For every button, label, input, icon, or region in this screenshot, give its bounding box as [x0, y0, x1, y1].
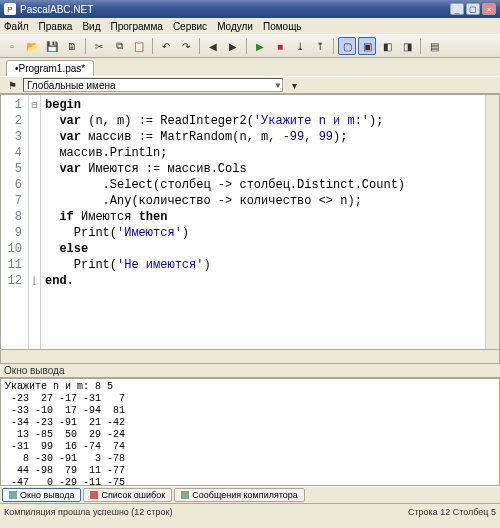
paste-button[interactable]: 📋	[130, 37, 148, 55]
redo-button[interactable]: ↷	[177, 37, 195, 55]
status-right: Строка 12 Столбец 5	[408, 507, 496, 517]
open-button[interactable]: 📂	[23, 37, 41, 55]
nav-back-button[interactable]: ◀	[204, 37, 222, 55]
tab-errors-label: Список ошибок	[101, 490, 165, 500]
compiler-tab-icon	[181, 491, 189, 499]
menu-file[interactable]: Файл	[4, 21, 29, 32]
names-extra-button[interactable]: ▾	[285, 76, 303, 94]
tabbar: •Program1.pas*	[0, 58, 500, 76]
file-tab[interactable]: •Program1.pas*	[6, 60, 94, 76]
cut-button[interactable]: ✂	[90, 37, 108, 55]
chevron-down-icon: ▼	[274, 81, 282, 90]
layout-3-button[interactable]: ◧	[378, 37, 396, 55]
menu-program[interactable]: Программа	[110, 21, 162, 32]
stop-button[interactable]: ■	[271, 37, 289, 55]
toolbar-sep	[246, 38, 247, 54]
errors-tab-icon	[90, 491, 98, 499]
output-body[interactable]: Укажите n и m: 8 5 -23 27 -17 -31 7 -33 …	[0, 378, 500, 486]
minimize-button[interactable]: _	[450, 3, 464, 15]
toolbar-sep	[420, 38, 421, 54]
horizontal-scrollbar[interactable]	[0, 350, 500, 364]
names-icon[interactable]: ⚑	[3, 76, 21, 94]
window-title: PascalABC.NET	[20, 4, 450, 15]
fold-gutter[interactable]: ⊟ ⌊	[29, 95, 41, 349]
code-area[interactable]: begin var (n, m) := ReadInteger2('Укажит…	[41, 95, 485, 349]
file-tab-label: •Program1.pas*	[15, 63, 85, 74]
maximize-button[interactable]: ▢	[466, 3, 480, 15]
layout-2-button[interactable]: ▣	[358, 37, 376, 55]
output-tab-icon	[9, 491, 17, 499]
menu-view[interactable]: Вид	[82, 21, 100, 32]
titlebar: P PascalABC.NET _ ▢ ×	[0, 0, 500, 18]
tab-compiler-label: Сообщения компилятора	[192, 490, 298, 500]
save-button[interactable]: 💾	[43, 37, 61, 55]
undo-button[interactable]: ↶	[157, 37, 175, 55]
menu-modules[interactable]: Модули	[217, 21, 253, 32]
toolbar-sep	[199, 38, 200, 54]
layout-4-button[interactable]: ◨	[398, 37, 416, 55]
toolbar-sep	[85, 38, 86, 54]
names-dropdown-label: Глобальные имена	[27, 80, 116, 91]
output-title: Окно вывода	[0, 364, 500, 378]
code-editor[interactable]: 123456789101112 ⊟ ⌊ begin var (n, m) := …	[0, 94, 500, 350]
copy-button[interactable]: ⧉	[110, 37, 128, 55]
run-button[interactable]: ▶	[251, 37, 269, 55]
status-left: Компиляция прошла успешно (12 строк)	[4, 507, 172, 517]
saveall-button[interactable]: 🗎	[63, 37, 81, 55]
nav-fwd-button[interactable]: ▶	[224, 37, 242, 55]
step-into-button[interactable]: ⤓	[291, 37, 309, 55]
toolbar-sep	[333, 38, 334, 54]
vertical-scrollbar[interactable]	[485, 95, 499, 349]
menu-service[interactable]: Сервис	[173, 21, 207, 32]
menu-help[interactable]: Помощь	[263, 21, 302, 32]
menu-edit[interactable]: Правка	[39, 21, 73, 32]
tab-output[interactable]: Окно вывода	[2, 488, 81, 502]
names-dropdown[interactable]: Глобальные имена ▼	[23, 78, 283, 92]
line-gutter: 123456789101112	[1, 95, 29, 349]
toolbar: ▫ 📂 💾 🗎 ✂ ⧉ 📋 ↶ ↷ ◀ ▶ ▶ ■ ⤓ ⤒ ▢ ▣ ◧ ◨ ▤	[0, 34, 500, 58]
layout-1-button[interactable]: ▢	[338, 37, 356, 55]
bottom-tabbar: Окно вывода Список ошибок Сообщения комп…	[0, 486, 500, 503]
tab-compiler[interactable]: Сообщения компилятора	[174, 488, 305, 502]
statusbar: Компиляция прошла успешно (12 строк) Стр…	[0, 503, 500, 519]
window-buttons: _ ▢ ×	[450, 3, 496, 15]
names-toolbar: ⚑ Глобальные имена ▼ ▾	[0, 76, 500, 94]
toolbar-sep	[152, 38, 153, 54]
tab-output-label: Окно вывода	[20, 490, 74, 500]
close-button[interactable]: ×	[482, 3, 496, 15]
menubar: Файл Правка Вид Программа Сервис Модули …	[0, 18, 500, 34]
tab-errors[interactable]: Список ошибок	[83, 488, 172, 502]
app-icon: P	[4, 3, 16, 15]
panel-button[interactable]: ▤	[425, 37, 443, 55]
step-over-button[interactable]: ⤒	[311, 37, 329, 55]
new-button[interactable]: ▫	[3, 37, 21, 55]
